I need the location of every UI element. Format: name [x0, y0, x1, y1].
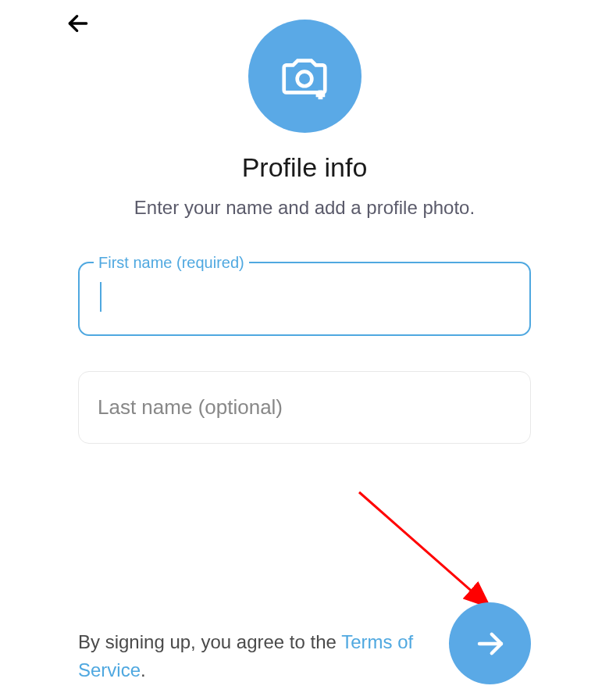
- arrow-right-icon: [474, 627, 507, 660]
- terms-text: By signing up, you agree to the Terms of…: [78, 628, 449, 684]
- camera-add-icon: [277, 49, 332, 104]
- svg-point-1: [297, 71, 312, 86]
- page-subtitle: Enter your name and add a profile photo.: [0, 197, 609, 219]
- back-button[interactable]: [62, 8, 94, 39]
- add-photo-button[interactable]: [248, 20, 361, 133]
- terms-suffix: .: [141, 659, 146, 680]
- form: First name (required): [0, 262, 609, 444]
- text-cursor: [100, 282, 102, 312]
- last-name-field-wrapper: [78, 371, 531, 444]
- last-name-input[interactable]: [79, 372, 530, 443]
- page-title: Profile info: [0, 152, 609, 183]
- footer: By signing up, you agree to the Terms of…: [78, 602, 531, 684]
- first-name-input[interactable]: [80, 263, 529, 334]
- terms-prefix: By signing up, you agree to the: [78, 631, 341, 652]
- svg-line-5: [359, 492, 488, 605]
- arrow-left-icon: [66, 11, 91, 36]
- first-name-field-wrapper: First name (required): [78, 262, 531, 336]
- first-name-label: First name (required): [94, 254, 249, 272]
- next-button[interactable]: [449, 602, 531, 684]
